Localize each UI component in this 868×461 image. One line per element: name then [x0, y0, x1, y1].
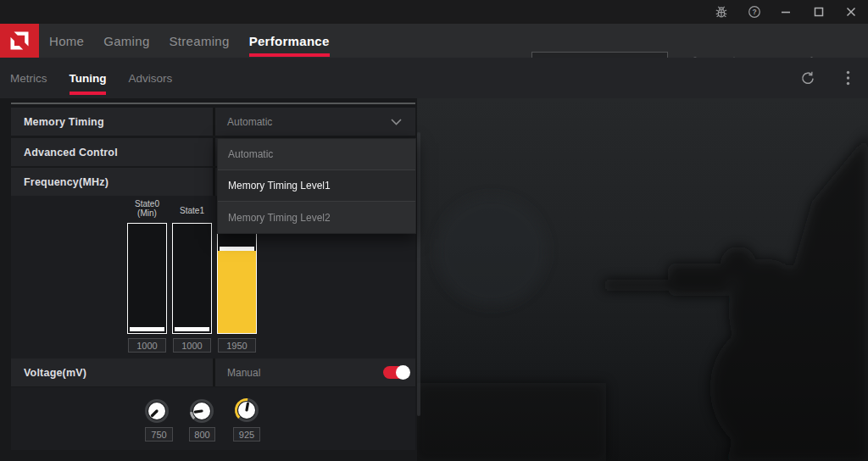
dropdown-option-level1[interactable]: Memory Timing Level1	[218, 170, 415, 202]
voltage-knob-2[interactable]	[188, 397, 215, 425]
frequency-value-state1[interactable]: 1000	[173, 338, 211, 353]
minimize-icon[interactable]	[777, 3, 794, 20]
help-icon[interactable]: ?	[746, 3, 763, 20]
subnav-tabs: Metrics Tuning Advisors	[10, 58, 172, 98]
main-navbar: Home Gaming Streaming Performance	[0, 24, 868, 58]
tuning-content: Memory Timing Automatic Advanced Control…	[0, 98, 868, 461]
dropdown-option-level2[interactable]: Memory Timing Level2	[218, 202, 415, 233]
voltage-value-3[interactable]: 925	[233, 427, 260, 442]
radeon-software-window: ? Home Gaming Streaming Performance	[0, 0, 868, 461]
performance-subnav: Metrics Tuning Advisors	[0, 58, 868, 98]
nav-tab-streaming[interactable]: Streaming	[170, 24, 230, 58]
slider-header-state0: State0	[127, 199, 167, 208]
voltage-manual-toggle[interactable]	[383, 366, 409, 379]
panel-top-divider	[11, 103, 415, 104]
memory-timing-label: Memory Timing	[24, 116, 104, 128]
voltage-knob-section: 750 800 925	[11, 387, 415, 450]
voltage-knob-1[interactable]	[143, 397, 170, 425]
debug-bug-icon[interactable]	[713, 3, 730, 20]
subnav-actions	[799, 58, 856, 98]
frequency-slider-state0[interactable]	[127, 223, 167, 334]
memory-timing-row: Memory Timing Automatic	[11, 108, 415, 136]
slider-handle[interactable]	[130, 327, 164, 331]
frequency-value-state0[interactable]: 1000	[128, 338, 166, 353]
svg-text:?: ?	[752, 8, 756, 16]
nav-tab-performance[interactable]: Performance	[249, 24, 330, 58]
memory-timing-select[interactable]: Automatic	[215, 108, 415, 136]
voltage-row: Voltage(mV) Manual	[11, 358, 415, 386]
subnav-tab-advisors[interactable]: Advisors	[128, 58, 172, 98]
memory-timing-selected-value: Automatic	[215, 116, 272, 128]
more-options-kebab-icon[interactable]	[839, 69, 856, 86]
frequency-label: Frequency(MHz)	[24, 176, 108, 188]
voltage-value-2[interactable]: 800	[189, 427, 215, 442]
voltage-knob-3[interactable]	[233, 397, 260, 424]
close-icon[interactable]	[843, 3, 860, 20]
nav-tab-gaming[interactable]: Gaming	[103, 24, 149, 58]
advanced-control-label: Advanced Control	[24, 147, 118, 158]
frequency-slider-state1[interactable]	[172, 223, 212, 334]
soldier-silhouette	[415, 98, 868, 461]
nav-tab-home[interactable]: Home	[49, 24, 84, 58]
subnav-tab-metrics[interactable]: Metrics	[10, 58, 47, 98]
voltage-label: Voltage(mV)	[24, 367, 86, 379]
chevron-down-icon	[391, 119, 402, 125]
slider-header-state1: State1	[172, 206, 212, 215]
main-nav-tabs: Home Gaming Streaming Performance	[49, 24, 330, 58]
voltage-value-1[interactable]: 750	[145, 427, 173, 442]
titlebar: ?	[0, 0, 868, 24]
amd-logo[interactable]	[0, 24, 39, 58]
subnav-tab-tuning[interactable]: Tuning	[70, 58, 107, 98]
voltage-mode-label: Manual	[215, 367, 260, 379]
memory-timing-dropdown: Automatic Memory Timing Level1 Memory Ti…	[217, 138, 416, 234]
slider-header-state0-sub: (Min)	[127, 208, 167, 218]
dropdown-option-automatic[interactable]: Automatic	[218, 139, 415, 170]
frequency-slider-state2[interactable]	[217, 223, 257, 334]
slider-handle[interactable]	[220, 247, 254, 251]
frequency-value-state2[interactable]: 1950	[218, 338, 256, 353]
reset-undo-icon[interactable]	[799, 69, 816, 86]
panel-scrollbar[interactable]	[417, 132, 420, 416]
maximize-icon[interactable]	[810, 3, 827, 20]
slider-handle[interactable]	[175, 327, 209, 331]
